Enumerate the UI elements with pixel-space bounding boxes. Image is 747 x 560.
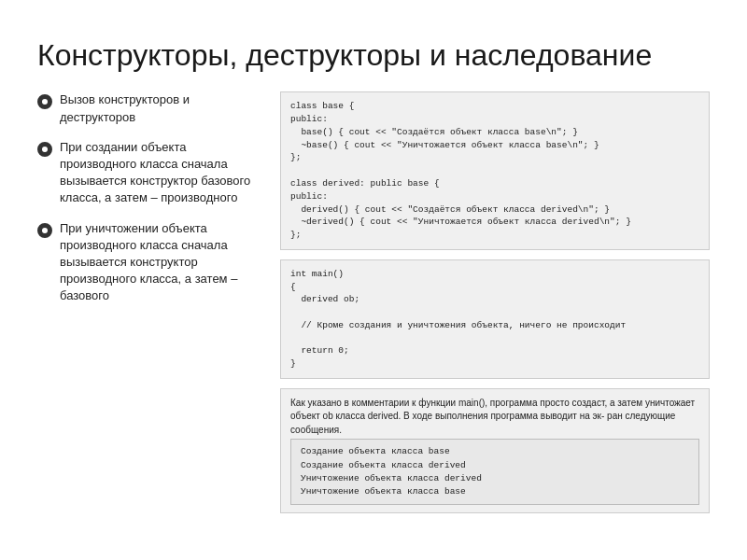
description-block: Как указано в комментарии к функции main… — [280, 388, 710, 514]
right-column: class base { public: base() { cout << "С… — [280, 91, 710, 532]
description-text: Как указано в комментарии к функции main… — [290, 398, 695, 435]
code-block-1: class base { public: base() { cout << "С… — [280, 91, 710, 249]
slide: Конструкторы, деструкторы и наследование… — [0, 0, 747, 560]
code-block-2: int main() { derived ob; // Кроме создан… — [280, 259, 710, 379]
bullet-icon-1 — [37, 94, 52, 109]
bullet-icon-2 — [37, 142, 52, 157]
content-area: Вызов конструкторов и деструкторов При с… — [37, 91, 710, 532]
bullet-text-3: При уничтожении объекта производного кла… — [60, 220, 261, 305]
bullet-text-2: При создании объекта производного класса… — [60, 139, 261, 207]
bullet-icon-3 — [37, 223, 52, 238]
output-block: Создание объекта класса base Создание об… — [290, 439, 699, 505]
bullet-item-2: При создании объекта производного класса… — [37, 139, 261, 207]
bullet-text-1: Вызов конструкторов и деструкторов — [60, 91, 261, 125]
bullet-item-3: При уничтожении объекта производного кла… — [37, 220, 261, 305]
bullet-item-1: Вызов конструкторов и деструкторов — [37, 91, 261, 125]
left-column: Вызов конструкторов и деструкторов При с… — [37, 91, 261, 532]
slide-title: Конструкторы, деструкторы и наследование — [37, 37, 710, 73]
